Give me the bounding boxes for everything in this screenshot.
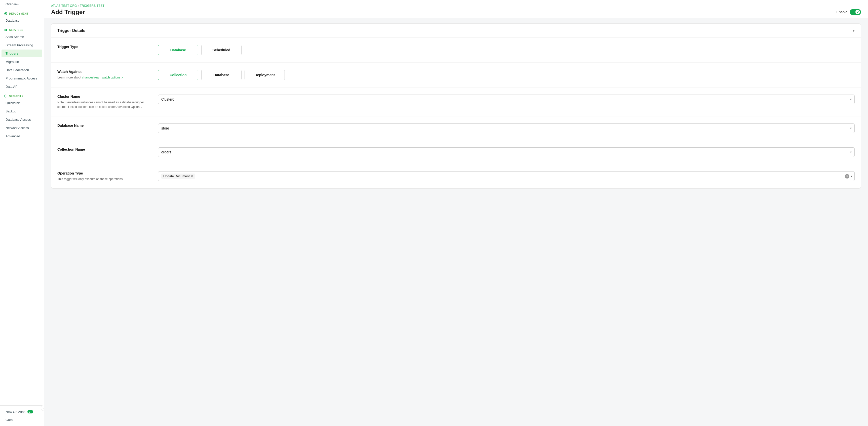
new-on-atlas-badge: 9+: [27, 410, 33, 414]
svg-rect-3: [6, 29, 7, 30]
operation-select-arrow-icon: ▾: [851, 174, 852, 178]
sidebar-item-triggers[interactable]: Triggers: [1, 50, 42, 57]
cluster-name-row: Cluster Name Note: Serverless instances …: [51, 88, 861, 117]
trigger-type-scheduled-button[interactable]: Scheduled: [201, 45, 242, 55]
trigger-type-database-button[interactable]: Database: [158, 45, 198, 55]
services-section-label: SERVICES: [0, 25, 44, 33]
sidebar-item-data-api[interactable]: Data API: [1, 83, 42, 91]
watch-against-row: Watch Against Learn more about changestr…: [51, 63, 861, 88]
trigger-details-card: Trigger Details ▾ Trigger Type Database …: [51, 23, 861, 189]
deployment-section-label: DEPLOYMENT: [0, 8, 44, 17]
svg-rect-5: [6, 30, 7, 31]
watch-against-controls: Collection Database Deployment: [158, 70, 855, 80]
sidebar-item-quickstart[interactable]: Quickstart: [1, 99, 42, 107]
trigger-type-controls: Database Scheduled: [158, 45, 855, 55]
cluster-name-label: Cluster Name: [57, 95, 153, 99]
changestream-link[interactable]: changestream watch options ↗: [82, 76, 123, 79]
operation-type-tag-input[interactable]: Update Document ✕ ✕ ▾: [158, 171, 855, 181]
breadcrumb-org[interactable]: ATLAS-TEST-ORG: [51, 4, 77, 7]
database-name-label: Database Name: [57, 124, 153, 128]
security-icon: [4, 94, 7, 98]
database-name-control: store ▾: [158, 124, 855, 133]
watch-collection-button[interactable]: Collection: [158, 70, 198, 80]
database-name-select[interactable]: store: [158, 124, 855, 133]
security-section-label: SECURITY: [0, 91, 44, 99]
deployment-icon: [4, 12, 7, 15]
remove-tag-button[interactable]: ✕: [191, 174, 193, 178]
watch-database-button[interactable]: Database: [201, 70, 242, 80]
card-title: Trigger Details: [57, 28, 85, 33]
sidebar-item-backup[interactable]: Backup: [1, 107, 42, 115]
watch-against-sublabel: Learn more about changestream watch opti…: [57, 75, 153, 80]
enable-toggle[interactable]: [850, 9, 861, 15]
sidebar-item-goto[interactable]: Goto: [1, 416, 42, 424]
card-header: Trigger Details ▾: [51, 24, 861, 38]
breadcrumb: ATLAS-TEST-ORG › TRIGGERS-TEST: [51, 4, 861, 7]
trigger-type-label: Trigger Type: [57, 45, 153, 49]
database-name-select-wrapper: store ▾: [158, 124, 855, 133]
sidebar-item-stream-processing[interactable]: Stream Processing: [1, 41, 42, 49]
enable-label: Enable: [836, 10, 847, 14]
external-link-icon: ↗: [121, 76, 123, 79]
cluster-name-select-wrapper: Cluster0 ▾: [158, 95, 855, 104]
cluster-name-select[interactable]: Cluster0: [158, 95, 855, 104]
collection-name-select[interactable]: orders: [158, 148, 855, 157]
sidebar: Overview DEPLOYMENT Database SERVICES At…: [0, 0, 44, 426]
collection-name-select-wrapper: orders ▾: [158, 148, 855, 157]
collection-name-control: orders ▾: [158, 148, 855, 157]
sidebar-item-data-federation[interactable]: Data Federation: [1, 66, 42, 74]
main-content: ATLAS-TEST-ORG › TRIGGERS-TEST Add Trigg…: [44, 0, 868, 426]
page-title: Add Trigger: [51, 8, 85, 15]
watch-against-label: Watch Against: [57, 70, 153, 74]
operation-type-control: Update Document ✕ ✕ ▾: [158, 171, 855, 181]
sidebar-item-overview[interactable]: Overview: [1, 0, 42, 8]
update-document-tag: Update Document ✕: [161, 173, 195, 179]
sidebar-item-migration[interactable]: Migration: [1, 58, 42, 66]
sidebar-item-advanced[interactable]: Advanced: [1, 132, 42, 140]
page-header: ATLAS-TEST-ORG › TRIGGERS-TEST Add Trigg…: [44, 0, 868, 19]
sidebar-item-programmatic-access[interactable]: Programmatic Access: [1, 74, 42, 82]
services-icon: [4, 28, 7, 32]
content-area: Trigger Details ▾ Trigger Type Database …: [44, 19, 868, 194]
sidebar-item-new-on-atlas[interactable]: New On Atlas 9+: [1, 408, 42, 416]
sidebar-item-network-access[interactable]: Network Access: [1, 124, 42, 132]
card-body: Trigger Type Database Scheduled Watch Ag…: [51, 38, 861, 188]
cluster-name-control: Cluster0 ▾: [158, 95, 855, 104]
database-name-row: Database Name store ▾: [51, 117, 861, 140]
svg-point-1: [5, 13, 6, 14]
svg-rect-4: [4, 30, 5, 31]
collection-name-label: Collection Name: [57, 148, 153, 152]
operation-type-label: Operation Type: [57, 171, 153, 175]
trigger-type-row: Trigger Type Database Scheduled: [51, 38, 861, 63]
sidebar-item-database-access[interactable]: Database Access: [1, 116, 42, 124]
breadcrumb-project[interactable]: TRIGGERS-TEST: [80, 4, 104, 7]
cluster-name-sublabel: Note: Serverless instances cannot be use…: [57, 100, 153, 109]
operation-type-row: Operation Type This trigger will only ex…: [51, 164, 861, 188]
operation-type-sublabel: This trigger will only execute on these …: [57, 177, 153, 181]
breadcrumb-separator: ›: [78, 4, 79, 7]
collection-name-row: Collection Name orders ▾: [51, 140, 861, 164]
tag-input-controls: ✕ ▾: [845, 174, 852, 178]
sidebar-item-database[interactable]: Database: [1, 17, 42, 24]
clear-all-button[interactable]: ✕: [845, 174, 849, 178]
watch-deployment-button[interactable]: Deployment: [245, 70, 285, 80]
svg-rect-2: [4, 29, 5, 30]
card-collapse-icon[interactable]: ▾: [852, 28, 855, 33]
sidebar-item-atlas-search[interactable]: Atlas Search: [1, 33, 42, 41]
